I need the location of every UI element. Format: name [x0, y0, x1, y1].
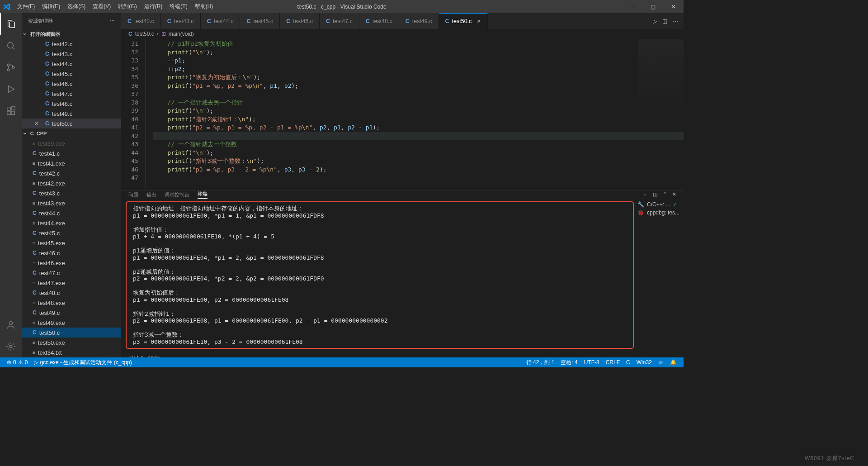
panel-up-icon[interactable]: ⌃ — [663, 191, 667, 198]
file-item[interactable]: ≡test45.exe — [22, 238, 121, 248]
terminal-entry-cpp[interactable]: 🔧C/C++: ...✓ — [636, 200, 682, 209]
menu-item[interactable]: 编辑(E) — [38, 0, 64, 13]
new-terminal-icon[interactable]: ＋ — [642, 191, 647, 198]
maximize-button[interactable]: ▢ — [643, 0, 663, 13]
file-item[interactable]: Ctest48.c — [22, 288, 121, 298]
status-feedback-icon[interactable]: ☺ — [655, 359, 667, 366]
breadcrumb[interactable]: C test50.c › ⊞ main(void) — [121, 29, 684, 39]
more-icon[interactable]: ⋯ — [673, 18, 678, 24]
editor-tab[interactable]: Ctest47.c — [320, 13, 359, 29]
minimap[interactable] — [638, 39, 684, 111]
run-icon[interactable]: ▷ — [653, 18, 657, 24]
file-item[interactable]: Ctest43.c — [22, 188, 121, 198]
open-editor-item[interactable]: Ctest45.c — [22, 69, 121, 79]
split-terminal-icon[interactable]: ◫ — [653, 191, 657, 198]
tab-label: test49.c — [412, 18, 432, 24]
open-editor-item[interactable]: Ctest47.c — [22, 89, 121, 99]
status-spaces[interactable]: 空格: 4 — [557, 359, 580, 366]
close-window-button[interactable]: ✕ — [663, 0, 684, 13]
minimize-button[interactable]: ─ — [623, 0, 643, 13]
file-item[interactable]: ≡test41.exe — [22, 158, 121, 168]
open-editors-section[interactable]: 打开的编辑器 — [22, 29, 121, 39]
status-os[interactable]: Win32 — [633, 359, 655, 366]
settings-activity-icon[interactable] — [0, 336, 22, 357]
open-editor-item[interactable]: ✕Ctest50.c — [22, 119, 121, 128]
open-editor-item[interactable]: Ctest49.c — [22, 109, 121, 119]
editor-tab[interactable]: Ctest44.c — [201, 13, 241, 29]
status-eol[interactable]: CRLF — [603, 359, 623, 366]
text-file-icon: ≡ — [33, 350, 35, 355]
close-icon[interactable]: × — [477, 18, 481, 25]
menu-item[interactable]: 帮助(H) — [191, 0, 217, 13]
menu-item[interactable]: 转到(G) — [114, 0, 140, 13]
panel-tab-output[interactable]: 输出 — [146, 191, 156, 198]
menu-item[interactable]: 终端(T) — [166, 0, 191, 13]
open-editor-item[interactable]: Ctest44.c — [22, 59, 121, 69]
c-file-icon: C — [33, 329, 37, 336]
editor-tab[interactable]: Ctest48.c — [359, 13, 399, 29]
menu-item[interactable]: 选择(S) — [64, 0, 89, 13]
file-item[interactable]: Ctest44.c — [22, 208, 121, 218]
search-activity-icon[interactable] — [0, 35, 22, 57]
open-editor-item[interactable]: Ctest46.c — [22, 79, 121, 89]
editor-tab[interactable]: Ctest49.c — [399, 13, 439, 29]
menu-item[interactable]: 查看(V) — [89, 0, 114, 13]
more-icon[interactable]: ⋯ — [110, 18, 115, 24]
editor-tab[interactable]: Ctest42.c — [121, 13, 161, 29]
editor-body[interactable]: 3132333435363738394041424344454647 // p1… — [121, 39, 684, 190]
file-item[interactable]: ≡test49.exe — [22, 318, 121, 328]
file-name: test42.exe — [38, 180, 65, 187]
file-item[interactable]: ≡test46.exe — [22, 258, 121, 268]
editor-tab[interactable]: Ctest45.c — [240, 13, 280, 29]
code-content[interactable]: // p1和p2恢复为初始值 printf("\n"); --p1; ++p2;… — [146, 39, 684, 190]
accounts-activity-icon[interactable] — [0, 314, 22, 336]
file-item[interactable]: Ctest41.c — [22, 148, 121, 158]
status-bell-icon[interactable]: 🔔 — [667, 359, 680, 366]
terminal-entry-dbg[interactable]: 🐞cppdbg: tes... — [636, 209, 682, 217]
run-debug-activity-icon[interactable] — [0, 78, 22, 100]
file-item[interactable]: ≡test44.exe — [22, 218, 121, 228]
panel-tab-terminal[interactable]: 终端 — [198, 190, 208, 199]
file-item[interactable]: ≡test50.exe — [22, 338, 121, 347]
file-name: test47.c — [52, 90, 73, 97]
file-item[interactable]: Ctest50.c — [22, 328, 121, 338]
file-item[interactable]: Ctest42.c — [22, 168, 121, 178]
editor-tab[interactable]: Ctest46.c — [280, 13, 320, 29]
panel-tab-problems[interactable]: 问题 — [128, 191, 138, 198]
file-name: test48.c — [52, 100, 73, 107]
status-encoding[interactable]: UTF-8 — [581, 359, 603, 366]
editor-tab[interactable]: Ctest43.c — [161, 13, 201, 29]
split-editor-icon[interactable]: ◫ — [662, 18, 667, 24]
file-item[interactable]: ≡test43.exe — [22, 198, 121, 208]
file-item[interactable]: Ctest47.c — [22, 268, 121, 278]
menu-item[interactable]: 运行(R) — [141, 0, 166, 13]
panel-tab-debug-console[interactable]: 调试控制台 — [165, 191, 189, 198]
file-item[interactable]: ≡test48.exe — [22, 298, 121, 308]
file-item[interactable]: ≡text34.txt — [22, 347, 121, 357]
file-item[interactable]: ≡test42.exe — [22, 178, 121, 188]
file-item[interactable]: ≡test47.exe — [22, 278, 121, 288]
file-name: test50.c — [39, 329, 60, 336]
file-item[interactable]: ≡test39.exe — [22, 138, 121, 148]
open-editor-item[interactable]: Ctest42.c — [22, 39, 121, 49]
source-control-activity-icon[interactable] — [0, 57, 22, 78]
status-line-col[interactable]: 行 42，列 1 — [523, 359, 558, 366]
terminal-prompt[interactable]: H:\c_cpp> — [121, 353, 634, 357]
file-item[interactable]: Ctest46.c — [22, 248, 121, 258]
file-name: test46.c — [39, 250, 60, 257]
status-errors[interactable]: ⊗0⚠0 — [4, 359, 31, 366]
panel-close-icon[interactable]: ✕ — [672, 191, 676, 198]
folder-section[interactable]: C_CPP — [22, 128, 121, 138]
status-language[interactable]: C — [623, 359, 633, 366]
terminal-output[interactable]: 指针指向的地址，指针指向地址中存储的内容，指针本身的地址： p1 = 00000… — [126, 201, 634, 349]
editor-tab[interactable]: Ctest50.c× — [439, 13, 488, 29]
menu-item[interactable]: 文件(F) — [14, 0, 38, 13]
file-item[interactable]: Ctest49.c — [22, 308, 121, 318]
close-icon[interactable]: ✕ — [34, 120, 40, 127]
explorer-activity-icon[interactable] — [0, 13, 22, 35]
status-build-task[interactable]: ▷gcc.exe - 生成和调试活动文件 (c_cpp) — [31, 359, 135, 366]
open-editor-item[interactable]: Ctest43.c — [22, 49, 121, 59]
file-item[interactable]: Ctest45.c — [22, 228, 121, 238]
open-editor-item[interactable]: Ctest48.c — [22, 99, 121, 109]
extensions-activity-icon[interactable] — [0, 100, 22, 122]
